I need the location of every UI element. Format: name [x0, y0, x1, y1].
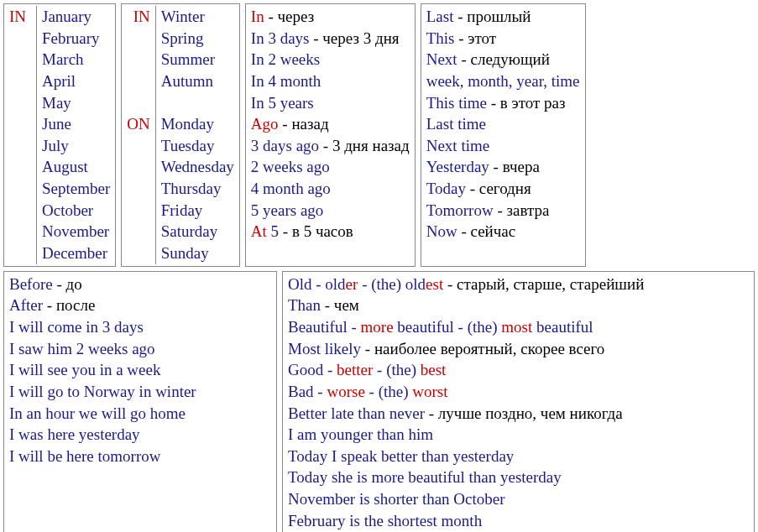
month: November — [42, 221, 110, 243]
months-list: January February March April May June Ju… — [37, 6, 110, 264]
box-seasons-days: IN ON Winter Spring Summer Autumn Monday… — [121, 3, 240, 267]
entry: Good - better - (the) best — [288, 359, 749, 381]
top-row: IN January February March April May June… — [3, 3, 755, 267]
day: Wednesday — [161, 156, 234, 178]
sentence: November is shorter than October — [288, 488, 749, 510]
entry: 3 days ago - 3 дня назад — [251, 135, 410, 157]
entry: In 2 weeks — [251, 49, 410, 70]
entry: Last - прошлый — [426, 6, 580, 28]
entry: Last time — [426, 113, 580, 135]
entry: Ago - назад — [251, 113, 410, 135]
entry: At 5 - в 5 часов — [251, 221, 410, 243]
month: August — [42, 156, 110, 178]
sentence: I will come in 3 days — [9, 316, 271, 338]
month: September — [42, 178, 110, 200]
entry: Beautiful - more beautiful - (the) most … — [288, 316, 749, 338]
prep-on: ON — [127, 113, 149, 135]
prep-col: IN ON — [127, 6, 155, 264]
entry: In 3 days - через 3 дня — [251, 28, 410, 50]
entry: Tomorrow - завтра — [426, 200, 580, 222]
sentence: I am younger than him — [288, 424, 749, 446]
sentence: In an hour we will go home — [9, 403, 271, 425]
prep-in: IN — [9, 6, 37, 264]
sentence: I will go to Norway in winter — [9, 381, 271, 403]
season: Spring — [161, 28, 234, 50]
entry: Next time — [426, 135, 580, 157]
entry: Next - следующий — [426, 49, 580, 70]
sentence: Today I speak better than yesterday — [288, 446, 749, 467]
sentence: Today she is more beautiful than yesterd… — [288, 467, 749, 488]
entry: Yesterday - вчера — [426, 156, 580, 178]
season: Winter — [161, 6, 234, 28]
entry: Better late than never - лучше поздно, ч… — [288, 403, 749, 425]
entry: This - этот — [426, 28, 580, 50]
sentence: February is the shortest month — [288, 510, 749, 532]
month: January — [42, 6, 110, 28]
entry: week, month, year, time — [426, 70, 580, 92]
month: July — [42, 135, 110, 157]
sentence: I was here yesterday — [9, 424, 271, 446]
sentence: I will be here tomorrow — [9, 446, 271, 467]
month: May — [42, 92, 110, 114]
entry: Bad - worse - (the) worst — [288, 381, 749, 403]
box-sentences: Before - до After - после I will come in… — [3, 271, 277, 532]
entry: In 4 month — [251, 70, 410, 92]
day: Tuesday — [161, 135, 234, 157]
sentence: I will see you in a week — [9, 359, 271, 381]
entry: After - после — [9, 295, 271, 316]
box-time-words: Last - прошлый This - этот Next - следую… — [421, 3, 586, 267]
box-months: IN January February March April May June… — [3, 3, 116, 267]
box-comparatives: Old - older - (the) oldest - старый, ста… — [282, 271, 755, 532]
entry: Most likely - наиболее вероятный, скорее… — [288, 338, 749, 360]
month: June — [42, 113, 110, 135]
entry: 4 month ago — [251, 178, 410, 200]
entry: Before - до — [9, 274, 271, 295]
sentence: I saw him 2 weeks ago — [9, 338, 271, 360]
entry: 2 weeks ago — [251, 156, 410, 178]
month: February — [42, 28, 110, 50]
entry: Old - older - (the) oldest - старый, ста… — [288, 274, 749, 295]
entry: Now - сейчас — [426, 221, 580, 243]
entry: In - через — [251, 6, 410, 28]
seasons-days-list: Winter Spring Summer Autumn Monday Tuesd… — [156, 6, 234, 264]
entry: This time - в этот раз — [426, 92, 580, 114]
bottom-row: Before - до After - после I will come in… — [3, 271, 755, 532]
day: Friday — [161, 200, 234, 222]
entry: Than - чем — [288, 295, 749, 316]
month: March — [42, 49, 110, 70]
prep-in: IN — [127, 6, 149, 28]
month: April — [42, 70, 110, 92]
day: Monday — [161, 113, 234, 135]
season: Summer — [161, 49, 234, 70]
entry: Today - сегодня — [426, 178, 580, 200]
entry: In 5 years — [251, 92, 410, 114]
month: December — [42, 243, 110, 264]
entry: 5 years ago — [251, 200, 410, 222]
month: October — [42, 200, 110, 222]
day: Sunday — [161, 243, 234, 264]
day: Saturday — [161, 221, 234, 243]
box-in-ago: In - через In 3 days - через 3 дня In 2 … — [245, 3, 416, 267]
season: Autumn — [161, 70, 234, 92]
day: Thursday — [161, 178, 234, 200]
